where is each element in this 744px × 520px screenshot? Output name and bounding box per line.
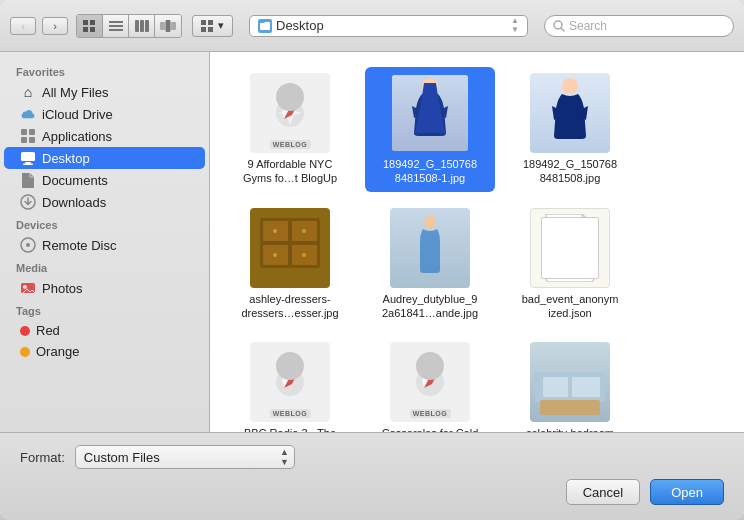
format-select[interactable]: Custom Files All Files JPEG Images PNG I… — [75, 445, 295, 469]
red-tag-dot — [20, 326, 30, 336]
svg-rect-5 — [109, 25, 123, 27]
weblog-badge-casseroles: WEBLOG — [410, 409, 451, 418]
format-row: Format: Custom Files All Files JPEG Imag… — [0, 433, 744, 469]
file-item-audrey[interactable]: Audrey_dutyblue_92a61841…ande.jpg — [365, 202, 495, 327]
svg-rect-4 — [109, 21, 123, 23]
location-bar[interactable]: Desktop ▲▼ — [249, 15, 528, 37]
sidebar-item-documents[interactable]: Documents — [4, 169, 205, 191]
sidebar-item-desktop[interactable]: Desktop — [4, 147, 205, 169]
file-area[interactable]: WEBLOG 9 Affordable NYCGyms fo…t BlogUp — [210, 52, 744, 432]
view-icon-button[interactable] — [77, 15, 103, 37]
sidebar-item-remote-disc[interactable]: Remote Disc — [4, 234, 205, 256]
cancel-button[interactable]: Cancel — [566, 479, 640, 505]
file-thumb-bbc: WEBLOG — [250, 342, 330, 422]
svg-rect-0 — [83, 20, 88, 25]
cloud-svg — [20, 108, 36, 120]
remote-disc-icon — [20, 237, 36, 253]
svg-point-39 — [273, 229, 277, 233]
coverflow-icon — [160, 20, 176, 32]
file-thumb-189492 — [530, 73, 610, 153]
audrey-svg — [415, 215, 445, 280]
file-thumb-casseroles: WEBLOG — [390, 342, 470, 422]
file-item-ashley[interactable]: ashley-dressers-dressers…esser.jpg — [225, 202, 355, 327]
svg-rect-52 — [540, 400, 600, 415]
downloads-svg — [20, 194, 36, 210]
sidebar-item-label: Documents — [42, 173, 108, 188]
file-item-bbc[interactable]: WEBLOG BBC Radio 3 - TheEssay, R…flectio… — [225, 336, 355, 432]
svg-rect-53 — [543, 377, 568, 397]
view-coverflow-button[interactable] — [155, 15, 181, 37]
sidebar-item-applications[interactable]: Applications — [4, 125, 205, 147]
open-button[interactable]: Open — [650, 479, 724, 505]
file-item-bedroom[interactable]: celebrity-bedroom…3728.jpg — [505, 336, 635, 432]
file-item-189492-1[interactable]: 189492_G_1507688481508-1.jpg — [365, 67, 495, 192]
file-item-casseroles[interactable]: WEBLOG Casseroles for ColdNights -…Cooki… — [365, 336, 495, 432]
file-label-blogup: 9 Affordable NYCGyms fo…t BlogUp — [243, 157, 337, 186]
view-columns-button[interactable] — [129, 15, 155, 37]
dresser-svg — [255, 213, 325, 273]
icloud-icon — [20, 106, 36, 122]
sidebar-item-downloads[interactable]: Downloads — [4, 191, 205, 213]
file-grid: WEBLOG 9 Affordable NYCGyms fo…t BlogUp — [225, 67, 729, 432]
dress-svg-1 — [410, 78, 450, 148]
svg-rect-13 — [201, 20, 206, 25]
grid-icon — [83, 20, 97, 32]
format-label: Format: — [20, 450, 65, 465]
svg-rect-16 — [208, 27, 213, 32]
svg-rect-2 — [83, 27, 88, 32]
desktop-svg — [20, 151, 36, 165]
sidebar-item-photos[interactable]: Photos — [4, 277, 205, 299]
file-label-json: bad_event_anonymized.json — [522, 292, 619, 321]
button-row: Cancel Open — [0, 469, 744, 515]
desktop-folder-icon — [258, 19, 272, 33]
tags-section-title: Tags — [0, 299, 209, 320]
sidebar-item-icloud-drive[interactable]: iCloud Drive — [4, 103, 205, 125]
file-item-189492[interactable]: 189492_G_1507688481508.jpg — [505, 67, 635, 192]
file-label-189492-1: 189492_G_1507688481508-1.jpg — [383, 157, 477, 186]
sidebar-item-tag-red[interactable]: Red — [4, 320, 205, 341]
search-bar[interactable]: Search — [544, 15, 734, 37]
file-item-json[interactable]: bad_event_anonymized.json — [505, 202, 635, 327]
back-button[interactable]: ‹ — [10, 17, 36, 35]
photos-svg — [20, 280, 36, 296]
svg-rect-23 — [21, 152, 35, 161]
svg-rect-54 — [572, 377, 600, 397]
sidebar-item-all-my-files[interactable]: ⌂ All My Files — [4, 81, 205, 103]
svg-rect-25 — [23, 164, 33, 166]
svg-rect-9 — [145, 20, 149, 32]
svg-rect-7 — [135, 20, 139, 32]
forward-button[interactable]: › — [42, 17, 68, 35]
svg-rect-12 — [171, 22, 176, 30]
arrange-icon — [201, 20, 215, 32]
format-select-container: Custom Files All Files JPEG Images PNG I… — [75, 445, 295, 469]
bedroom-svg — [535, 372, 605, 417]
all-my-files-icon: ⌂ — [20, 84, 36, 100]
file-label-189492: 189492_G_1507688481508.jpg — [523, 157, 617, 186]
svg-point-30 — [23, 285, 27, 289]
documents-svg — [21, 172, 35, 188]
sidebar-item-label: Red — [36, 323, 60, 338]
sidebar-item-label: All My Files — [42, 85, 108, 100]
svg-rect-15 — [201, 27, 206, 32]
svg-point-42 — [302, 253, 306, 257]
view-list-button[interactable] — [103, 15, 129, 37]
back-icon: ‹ — [21, 20, 25, 32]
svg-point-40 — [302, 229, 306, 233]
svg-rect-45 — [552, 240, 580, 242]
file-item-blogup[interactable]: WEBLOG 9 Affordable NYCGyms fo…t BlogUp — [225, 67, 355, 192]
sidebar-item-label: Photos — [42, 281, 82, 296]
devices-section-title: Devices — [0, 213, 209, 234]
svg-rect-20 — [29, 129, 35, 135]
sidebar-item-tag-orange[interactable]: Orange — [4, 341, 205, 362]
columns-icon — [135, 20, 149, 32]
svg-rect-11 — [166, 20, 171, 32]
file-picker-dialog: ‹ › — [0, 0, 744, 520]
svg-line-18 — [561, 28, 564, 31]
location-stepper[interactable]: ▲▼ — [511, 17, 519, 35]
arrange-button[interactable]: ▾ — [192, 15, 233, 37]
svg-rect-8 — [140, 20, 144, 32]
main-content: Favorites ⌂ All My Files iCloud Drive — [0, 52, 744, 432]
svg-point-43 — [424, 215, 436, 229]
downloads-icon — [20, 194, 36, 210]
file-label-audrey: Audrey_dutyblue_92a61841…ande.jpg — [382, 292, 478, 321]
